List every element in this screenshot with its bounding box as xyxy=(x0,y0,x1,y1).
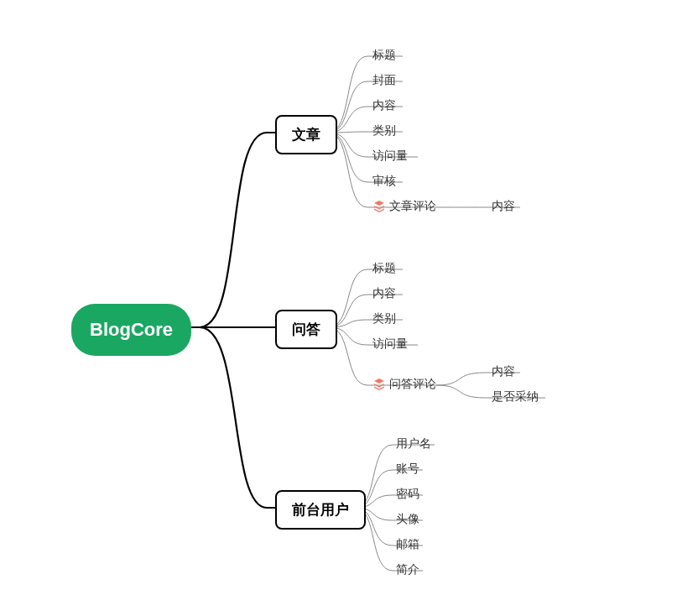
leaf-user-avatar[interactable]: 头像 xyxy=(396,512,419,527)
leaf-qa-comments[interactable]: 问答评论 xyxy=(372,377,436,392)
root-node[interactable]: BlogCore xyxy=(71,304,191,356)
leaf-article-content[interactable]: 内容 xyxy=(372,98,396,113)
stack-icon xyxy=(372,378,386,391)
branch-user[interactable]: 前台用户 xyxy=(275,490,366,530)
root-label: BlogCore xyxy=(90,319,173,341)
leaf-user-bio[interactable]: 简介 xyxy=(396,562,419,577)
branch-qa[interactable]: 问答 xyxy=(275,310,337,349)
leaf-article-category[interactable]: 类别 xyxy=(372,123,396,138)
leaf-article-comment-content[interactable]: 内容 xyxy=(492,199,515,214)
leaf-qa-views[interactable]: 访问量 xyxy=(372,337,408,352)
leaf-qa-content[interactable]: 内容 xyxy=(372,286,396,301)
leaf-user-username[interactable]: 用户名 xyxy=(396,436,431,452)
stack-icon xyxy=(372,200,386,213)
leaf-qa-title[interactable]: 标题 xyxy=(372,261,396,276)
leaf-article-comments-label: 文章评论 xyxy=(389,199,436,214)
leaf-article-views[interactable]: 访问量 xyxy=(372,149,408,164)
branch-user-label: 前台用户 xyxy=(292,500,349,519)
leaf-qa-comments-label: 问答评论 xyxy=(389,377,436,392)
branch-article[interactable]: 文章 xyxy=(275,115,337,154)
leaf-user-email[interactable]: 邮箱 xyxy=(396,537,419,552)
leaf-article-title[interactable]: 标题 xyxy=(372,48,396,63)
leaf-qa-comment-content[interactable]: 内容 xyxy=(492,364,515,379)
leaf-article-review[interactable]: 审核 xyxy=(372,174,396,189)
branch-qa-label: 问答 xyxy=(292,320,320,339)
leaf-user-password[interactable]: 密码 xyxy=(396,487,419,502)
leaf-qa-category[interactable]: 类别 xyxy=(372,311,396,326)
leaf-user-account[interactable]: 账号 xyxy=(396,462,419,477)
leaf-qa-comment-accepted[interactable]: 是否采纳 xyxy=(492,389,539,405)
branch-article-label: 文章 xyxy=(292,125,320,144)
leaf-article-cover[interactable]: 封面 xyxy=(372,73,396,88)
leaf-article-comments[interactable]: 文章评论 xyxy=(372,199,436,214)
